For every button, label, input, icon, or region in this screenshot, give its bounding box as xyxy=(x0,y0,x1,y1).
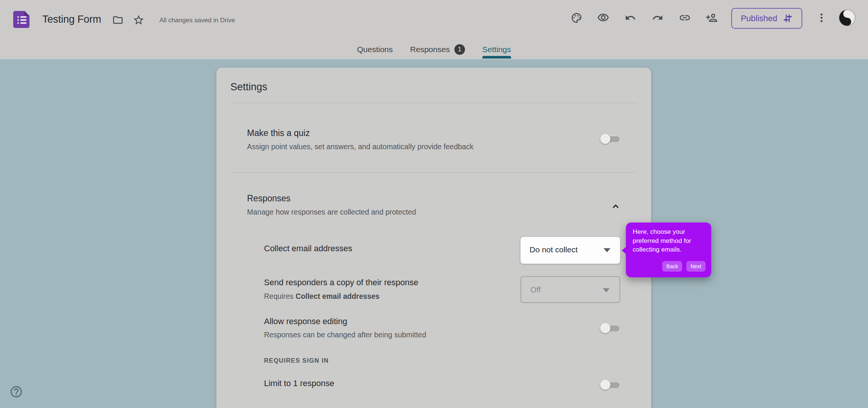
page-title: Settings xyxy=(230,81,267,93)
tooltip-back-button[interactable]: Back xyxy=(662,261,682,272)
toggle-thumb xyxy=(600,380,610,390)
undo-button[interactable] xyxy=(622,9,639,26)
google-forms-settings-page: Testing Form All changes saved in Drive xyxy=(0,0,868,408)
redo-button[interactable] xyxy=(649,9,666,26)
tooltip-arrow xyxy=(622,247,626,254)
tab-settings-label: Settings xyxy=(482,45,511,54)
quiz-section-description: Assign point values, set answers, and au… xyxy=(247,142,473,151)
logo-list-glyph xyxy=(17,16,26,24)
requires-sign-in-header: REQUIRES SIGN IN xyxy=(264,357,329,364)
send-copy-label: Send responders a copy of their response xyxy=(264,278,418,287)
tutorial-tooltip: Here, choose your preferred method for c… xyxy=(626,223,711,277)
tab-bar: Questions Responses 1 Settings xyxy=(0,40,868,59)
published-label: Published xyxy=(741,14,777,23)
allow-editing-label: Allow response editing xyxy=(264,317,347,326)
published-button[interactable]: Published xyxy=(731,8,802,29)
top-chrome: Testing Form All changes saved in Drive xyxy=(0,0,868,59)
palette-icon xyxy=(571,12,582,24)
requires-prefix: Requires xyxy=(264,292,295,300)
add-collaborators-button[interactable] xyxy=(703,9,720,26)
redo-icon xyxy=(652,12,663,23)
dropdown-arrow-icon xyxy=(604,248,610,252)
tab-responses-label: Responses xyxy=(410,45,450,54)
tab-questions[interactable]: Questions xyxy=(357,40,393,59)
customize-theme-button[interactable] xyxy=(568,9,585,26)
tab-questions-label: Questions xyxy=(357,45,393,54)
help-icon xyxy=(9,385,23,399)
divider xyxy=(230,103,637,103)
forms-logo-icon[interactable] xyxy=(13,11,29,28)
star-icon xyxy=(133,14,145,26)
send-copy-value: Off xyxy=(530,285,541,294)
chevron-up-icon xyxy=(610,201,621,212)
dropdown-arrow-icon xyxy=(603,288,610,292)
tune-icon xyxy=(783,13,793,23)
copy-link-button[interactable] xyxy=(676,9,693,26)
eye-icon xyxy=(597,12,609,24)
allow-editing-description: Responses can be changed after being sub… xyxy=(264,331,426,339)
help-button[interactable] xyxy=(7,382,26,401)
link-icon xyxy=(679,12,691,24)
collect-email-value: Do not collect xyxy=(530,245,578,254)
responses-count-badge: 1 xyxy=(454,44,465,55)
active-tab-underline xyxy=(482,56,511,59)
limit-one-response-label: Limit to 1 response xyxy=(264,379,334,388)
quiz-toggle[interactable] xyxy=(600,134,620,144)
responses-section-title: Responses xyxy=(247,193,290,204)
divider xyxy=(230,172,637,173)
tooltip-text: Here, choose your preferred method for c… xyxy=(633,227,705,254)
send-copy-requires-note: Requires Collect email addresses xyxy=(264,292,380,301)
send-copy-dropdown: Off xyxy=(520,276,620,303)
undo-icon xyxy=(625,12,636,23)
requires-target: Collect email addresses xyxy=(295,292,379,300)
toggle-thumb xyxy=(600,134,610,144)
collect-email-dropdown[interactable]: Do not collect xyxy=(520,237,620,264)
move-to-folder-button[interactable] xyxy=(110,12,126,28)
settings-card: Settings Make this a quiz Assign point v… xyxy=(216,68,651,408)
toggle-thumb xyxy=(600,323,610,333)
tab-responses[interactable]: Responses 1 xyxy=(410,40,465,59)
collect-email-label: Collect email addresses xyxy=(264,244,352,253)
tooltip-buttons: Back Next xyxy=(662,261,706,272)
logo-fold-corner xyxy=(25,11,29,16)
folder-icon xyxy=(112,14,124,26)
save-status: All changes saved in Drive xyxy=(159,17,235,24)
quiz-section-title: Make this a quiz xyxy=(247,128,310,138)
account-avatar[interactable] xyxy=(839,9,856,26)
responses-section-description: Manage how responses are collected and p… xyxy=(247,208,416,216)
preview-button[interactable] xyxy=(595,9,612,26)
person-add-icon xyxy=(706,12,718,24)
yin-yang-avatar-image xyxy=(839,9,856,26)
tab-settings[interactable]: Settings xyxy=(482,40,511,59)
allow-editing-toggle[interactable] xyxy=(600,323,620,334)
star-button[interactable] xyxy=(130,12,147,28)
more-options-button[interactable] xyxy=(813,9,830,26)
collapse-section-button[interactable] xyxy=(605,196,626,216)
form-title[interactable]: Testing Form xyxy=(42,14,101,25)
limit-one-response-toggle[interactable] xyxy=(600,380,620,390)
tooltip-next-button[interactable]: Next xyxy=(686,261,706,272)
kebab-menu-icon xyxy=(816,12,827,23)
